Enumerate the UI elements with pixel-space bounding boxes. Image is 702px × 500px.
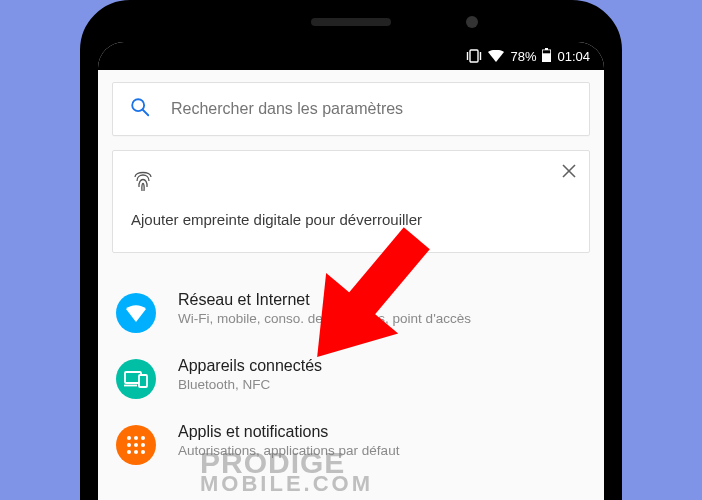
phone-speaker: [311, 18, 391, 26]
svg-point-19: [127, 450, 131, 454]
item-title: Réseau et Internet: [178, 291, 471, 309]
close-icon[interactable]: [561, 163, 577, 183]
search-icon: [129, 96, 151, 122]
wifi-icon: [488, 50, 504, 62]
svg-point-15: [141, 436, 145, 440]
battery-percent: 78%: [510, 49, 536, 64]
svg-point-18: [141, 443, 145, 447]
phone-frame: 78% 01:04 Rechercher dans les paramètres: [80, 0, 622, 500]
clock: 01:04: [557, 49, 590, 64]
item-subtitle: Wi-Fi, mobile, conso. des données, point…: [178, 311, 471, 326]
settings-item-network[interactable]: Réseau et Internet Wi-Fi, mobile, conso.…: [112, 279, 590, 345]
svg-point-21: [141, 450, 145, 454]
svg-rect-0: [470, 50, 478, 62]
settings-list: Réseau et Internet Wi-Fi, mobile, conso.…: [112, 279, 590, 477]
vibrate-icon: [466, 49, 482, 63]
svg-line-7: [143, 110, 149, 116]
svg-point-14: [134, 436, 138, 440]
devices-icon: [116, 359, 156, 399]
item-subtitle: Autorisations, applications par défaut: [178, 443, 399, 458]
fingerprint-text: Ajouter empreinte digitale pour déverrou…: [131, 211, 571, 228]
item-title: Appareils connectés: [178, 357, 322, 375]
apps-icon: [116, 425, 156, 465]
item-title: Applis et notifications: [178, 423, 399, 441]
settings-item-devices[interactable]: Appareils connectés Bluetooth, NFC: [112, 345, 590, 411]
fingerprint-card[interactable]: Ajouter empreinte digitale pour déverrou…: [112, 150, 590, 253]
svg-rect-4: [545, 48, 548, 50]
svg-point-16: [127, 443, 131, 447]
svg-point-20: [134, 450, 138, 454]
battery-icon: [542, 48, 551, 65]
fingerprint-icon: [131, 167, 571, 197]
network-icon: [116, 293, 156, 333]
svg-rect-11: [139, 375, 147, 387]
status-bar: 78% 01:04: [98, 42, 604, 70]
phone-camera: [466, 16, 478, 28]
svg-point-17: [134, 443, 138, 447]
search-bar[interactable]: Rechercher dans les paramètres: [112, 82, 590, 136]
svg-rect-5: [543, 50, 550, 53]
search-placeholder: Rechercher dans les paramètres: [171, 100, 403, 118]
settings-content: Rechercher dans les paramètres Ajouter e…: [98, 70, 604, 477]
item-subtitle: Bluetooth, NFC: [178, 377, 322, 392]
screen: 78% 01:04 Rechercher dans les paramètres: [98, 42, 604, 500]
svg-point-13: [127, 436, 131, 440]
settings-item-apps[interactable]: Applis et notifications Autorisations, a…: [112, 411, 590, 477]
